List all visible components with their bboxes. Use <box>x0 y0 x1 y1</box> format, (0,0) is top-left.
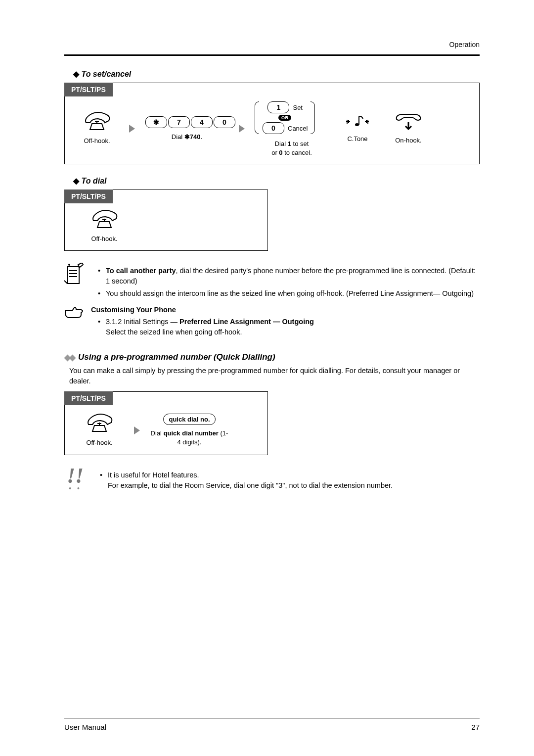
pointing-hand-icon <box>64 306 84 320</box>
choice-cancel: 0 Cancel <box>262 122 308 135</box>
customising-item: 3.1.2 Initial Settings — Preferred Line … <box>96 317 480 337</box>
choice-options: 1 Set OR 0 Cancel <box>259 100 311 136</box>
tip-item: It is useful for Hotel features. For exa… <box>98 470 480 491</box>
diamond-icon: ◆◆ <box>64 352 74 363</box>
arrow-icon <box>129 125 135 133</box>
step-quick-dial: quick dial no. Dial quick dial number (1… <box>150 414 229 446</box>
flow-row: Off-hook. ✱740 Dial ✱740. <box>75 100 469 157</box>
key-1: 1 <box>267 101 289 113</box>
key-star: ✱ <box>145 116 167 128</box>
customising-heading: Customising Your Phone <box>91 306 480 314</box>
procedure-box-3: PT/SLT/PS Off-hook. quick dial no. Dial … <box>64 391 268 456</box>
choice-set: 1 Set <box>267 101 303 114</box>
step-ctone: C.Tone <box>338 114 377 143</box>
procedure-tab: PT/SLT/PS <box>64 83 113 96</box>
note-item: You should assign the intercom line as t… <box>96 288 480 299</box>
offhook-icon <box>86 414 113 434</box>
bracket-left <box>255 101 259 134</box>
notes-text: To call another party, dial the desired … <box>91 263 480 302</box>
offhook-icon <box>90 210 118 231</box>
content: To set/cancel PT/SLT/PS Off-hook. ✱740 <box>64 69 480 494</box>
dial-keys: ✱740 <box>145 116 229 129</box>
key-4: 4 <box>191 116 213 128</box>
section-heading-text: Using a pre-programmed number (Quick Dia… <box>78 352 275 362</box>
offhook-icon <box>83 112 111 133</box>
quick-dial-pill: quick dial no. <box>163 414 215 425</box>
set-label: Set <box>293 104 303 111</box>
step-choice: 1 Set OR 0 Cancel Dial 1 to set <box>255 100 329 157</box>
dial-caption: Dial ✱740. <box>145 133 229 142</box>
section-heading-quick-dialling: ◆◆ Using a pre-programmed number (Quick … <box>64 352 480 363</box>
customising-list: 3.1.2 Initial Settings — Preferred Line … <box>91 317 480 337</box>
ctone-caption: C.Tone <box>338 135 377 143</box>
key-0: 0 <box>214 116 235 128</box>
quick-dial-caption: Dial quick dial number (1-4 digits). <box>150 429 229 446</box>
arrow-icon <box>134 426 140 434</box>
cancel-label: Cancel <box>288 125 308 132</box>
subheading-dial: To dial <box>73 176 480 186</box>
exclamation-icon: !! • • <box>64 467 86 492</box>
svg-point-0 <box>68 264 70 266</box>
procedure-box-2: PT/SLT/PS Off-hook. <box>64 189 268 251</box>
offhook-caption: Off-hook. <box>75 438 124 447</box>
tip-list: It is useful for Hotel features. For exa… <box>93 470 480 491</box>
procedure-box-1: PT/SLT/PS Off-hook. ✱740 <box>64 83 480 164</box>
music-note-icon <box>345 114 370 131</box>
onhook-icon <box>394 112 423 132</box>
footer-title: User Manual <box>64 723 106 731</box>
header-rule <box>64 54 480 56</box>
procedure-tab: PT/SLT/PS <box>64 391 113 405</box>
step-offhook: Off-hook. <box>75 112 119 145</box>
choice-caption: Dial 1 to set or 0 to cancel. <box>255 140 329 157</box>
tip-block: !! • • It is useful for Hotel features. … <box>64 467 480 494</box>
page-number: 27 <box>471 723 480 731</box>
offhook-caption: Off-hook. <box>75 235 134 243</box>
bracket-right <box>311 101 315 134</box>
customising-block: Customising Your Phone 3.1.2 Initial Set… <box>64 306 480 340</box>
step-onhook: On-hook. <box>386 112 431 145</box>
flow-row: Off-hook. quick dial no. Dial quick dial… <box>75 414 258 447</box>
key-0-cancel: 0 <box>263 122 284 134</box>
notepad-icon <box>64 263 84 285</box>
page: Operation To set/cancel PT/SLT/PS Off-ho… <box>0 0 534 756</box>
customising-text: Customising Your Phone 3.1.2 Initial Set… <box>91 306 480 340</box>
choice-bracket: 1 Set OR 0 Cancel <box>255 100 329 136</box>
notes-list: To call another party, dial the desired … <box>91 266 480 299</box>
or-pill: OR <box>278 115 292 121</box>
procedure-tab: PT/SLT/PS <box>64 189 113 203</box>
tip-text: It is useful for Hotel features. For exa… <box>93 467 480 494</box>
arrow-icon <box>239 125 245 133</box>
offhook-caption: Off-hook. <box>75 137 119 145</box>
step-dial-740: ✱740 Dial ✱740. <box>145 116 229 142</box>
header-section: Operation <box>449 41 480 48</box>
step-offhook: Off-hook. <box>75 414 124 447</box>
key-7: 7 <box>168 116 190 128</box>
footer-rule <box>64 718 480 718</box>
subheading-set-cancel: To set/cancel <box>73 69 480 79</box>
step-offhook: Off-hook. <box>75 210 134 243</box>
onhook-caption: On-hook. <box>386 136 431 145</box>
notes-block: To call another party, dial the desired … <box>64 263 480 302</box>
note-item: To call another party, dial the desired … <box>96 266 480 286</box>
section-paragraph: You can make a call simply by pressing t… <box>69 366 480 386</box>
